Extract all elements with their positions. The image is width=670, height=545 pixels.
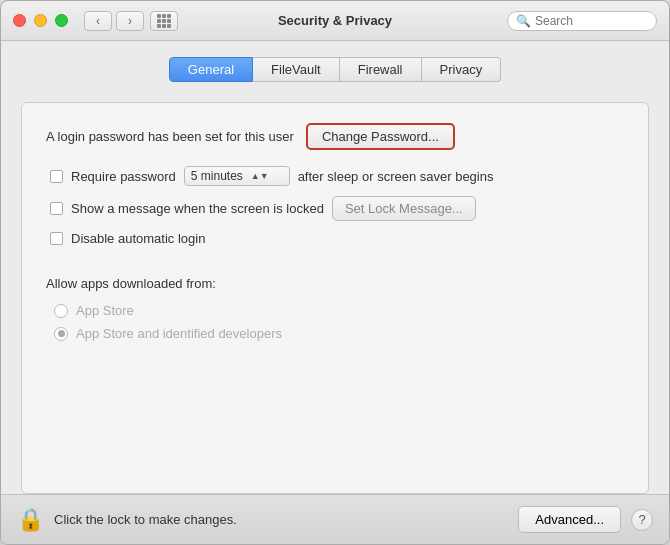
password-label: A login password has been set for this u…: [46, 129, 294, 144]
content-area: General FileVault Firewall Privacy A log…: [1, 41, 669, 494]
change-password-button[interactable]: Change Password...: [306, 123, 455, 150]
radio-label-identified: App Store and identified developers: [76, 326, 282, 341]
dropdown-value: 5 minutes: [191, 169, 243, 183]
titlebar: ‹ › Security & Privacy 🔍: [1, 1, 669, 41]
lock-icon: 🔒: [17, 507, 44, 533]
maximize-button[interactable]: [55, 14, 68, 27]
tab-general[interactable]: General: [169, 57, 253, 82]
disable-login-label: Disable automatic login: [71, 231, 205, 246]
settings-panel: A login password has been set for this u…: [21, 102, 649, 494]
grid-button[interactable]: [150, 11, 178, 31]
search-box[interactable]: 🔍: [507, 11, 657, 31]
tab-filevault[interactable]: FileVault: [253, 57, 340, 82]
show-message-checkbox[interactable]: [50, 202, 63, 215]
require-password-checkbox[interactable]: [50, 170, 63, 183]
main-window: ‹ › Security & Privacy 🔍 General FileVau…: [0, 0, 670, 545]
tabs-bar: General FileVault Firewall Privacy: [21, 57, 649, 82]
nav-buttons: ‹ ›: [84, 11, 144, 31]
forward-button[interactable]: ›: [116, 11, 144, 31]
minimize-button[interactable]: [34, 14, 47, 27]
disable-login-checkbox[interactable]: [50, 232, 63, 245]
grid-icon: [157, 14, 171, 28]
radio-outer-identified: [54, 327, 68, 341]
radio-group: App Store App Store and identified devel…: [46, 303, 624, 341]
radio-outer-app-store: [54, 304, 68, 318]
window-title: Security & Privacy: [278, 13, 392, 28]
disable-login-row: Disable automatic login: [46, 231, 624, 246]
traffic-lights: [13, 14, 68, 27]
tab-privacy[interactable]: Privacy: [422, 57, 502, 82]
radio-app-store[interactable]: App Store: [54, 303, 624, 318]
back-button[interactable]: ‹: [84, 11, 112, 31]
search-input[interactable]: [535, 14, 645, 28]
close-button[interactable]: [13, 14, 26, 27]
dropdown-arrow-icon: ▲▼: [251, 171, 269, 181]
require-password-suffix: after sleep or screen saver begins: [298, 169, 494, 184]
password-timeout-dropdown[interactable]: 5 minutes ▲▼: [184, 166, 290, 186]
require-password-row: Require password 5 minutes ▲▼ after slee…: [46, 166, 624, 186]
require-password-label: Require password: [71, 169, 176, 184]
radio-app-store-identified[interactable]: App Store and identified developers: [54, 326, 624, 341]
bottombar: 🔒 Click the lock to make changes. Advanc…: [1, 494, 669, 544]
lock-label: Click the lock to make changes.: [54, 512, 508, 527]
radio-label-app-store: App Store: [76, 303, 134, 318]
search-icon: 🔍: [516, 14, 531, 28]
allow-apps-title: Allow apps downloaded from:: [46, 276, 624, 291]
allow-apps-section: Allow apps downloaded from: App Store Ap…: [46, 276, 624, 341]
show-message-row: Show a message when the screen is locked…: [46, 196, 624, 221]
advanced-button[interactable]: Advanced...: [518, 506, 621, 533]
help-button[interactable]: ?: [631, 509, 653, 531]
tab-firewall[interactable]: Firewall: [340, 57, 422, 82]
set-lock-message-button[interactable]: Set Lock Message...: [332, 196, 476, 221]
show-message-label: Show a message when the screen is locked: [71, 201, 324, 216]
password-row: A login password has been set for this u…: [46, 123, 624, 150]
radio-inner-identified: [58, 330, 65, 337]
